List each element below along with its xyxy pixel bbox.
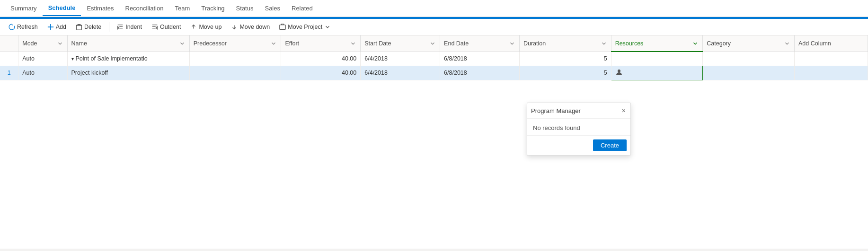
cell-start-date: 6/4/2018 xyxy=(361,52,440,66)
move-up-icon xyxy=(190,24,197,30)
cell-effort: 40.00 xyxy=(281,52,361,66)
col-header-end[interactable]: End Date xyxy=(440,35,520,52)
schedule-table: Mode Name Predecessor xyxy=(0,35,868,80)
add-icon xyxy=(47,24,54,30)
dropdown-search-row: × xyxy=(527,103,630,119)
sort-icon-duration xyxy=(601,40,607,47)
col-header-duration[interactable]: Duration xyxy=(519,35,611,52)
cell-num: 1 xyxy=(0,66,18,80)
chevron-icon: ▾ xyxy=(71,56,74,61)
table-body: Auto▾Point of Sale implementatio40.006/4… xyxy=(0,52,868,80)
move-up-button[interactable]: Move up xyxy=(186,22,225,32)
move-project-button[interactable]: Move Project xyxy=(275,22,335,32)
cell-addcol xyxy=(794,66,868,80)
toolbar: Refresh Add Delete Indent Outdent Move u… xyxy=(0,19,868,35)
cell-start-date: 6/4/2018 xyxy=(361,66,440,80)
cell-resources[interactable] xyxy=(611,66,703,80)
chevron-down-icon xyxy=(324,24,331,30)
table-header-row: Mode Name Predecessor xyxy=(0,35,868,52)
cell-end-date: 6/8/2018 xyxy=(440,66,520,80)
cell-addcol xyxy=(794,52,868,66)
outdent-icon xyxy=(151,24,158,30)
dropdown-close-button[interactable]: × xyxy=(621,106,627,115)
svg-point-2 xyxy=(618,69,620,72)
col-header-addcol[interactable]: Add Column xyxy=(794,35,868,52)
cell-name: Project kickoff xyxy=(67,66,189,80)
cell-resources[interactable] xyxy=(611,52,703,66)
main-content: Mode Name Predecessor xyxy=(0,35,868,249)
col-header-name[interactable]: Name xyxy=(67,35,189,52)
table-row[interactable]: Auto▾Point of Sale implementatio40.006/4… xyxy=(0,52,868,66)
toolbar-sep-1 xyxy=(109,22,109,32)
top-nav: SummaryScheduleEstimatesReconciliationTe… xyxy=(0,0,868,17)
cell-name: ▾Point of Sale implementatio xyxy=(67,52,189,66)
col-header-resources[interactable]: Resources xyxy=(611,35,703,52)
add-button[interactable]: Add xyxy=(44,22,70,32)
cell-mode: Auto xyxy=(18,66,67,80)
cell-mode: Auto xyxy=(18,52,67,66)
nav-tab-summary[interactable]: Summary xyxy=(5,1,43,16)
delete-button[interactable]: Delete xyxy=(72,22,105,32)
cell-predecessor xyxy=(189,52,281,66)
resources-search-input[interactable] xyxy=(531,107,619,114)
cell-duration: 5 xyxy=(519,66,611,80)
nav-tab-schedule[interactable]: Schedule xyxy=(43,0,81,16)
col-header-start[interactable]: Start Date xyxy=(361,35,440,52)
sort-icon xyxy=(57,40,63,47)
delete-icon xyxy=(76,24,82,30)
cell-duration: 5 xyxy=(519,52,611,66)
cell-category xyxy=(703,66,795,80)
refresh-button[interactable]: Refresh xyxy=(5,22,42,32)
svg-rect-0 xyxy=(77,26,82,30)
move-down-icon xyxy=(231,24,238,30)
col-header-category[interactable]: Category xyxy=(703,35,795,52)
nav-tab-reconciliation[interactable]: Reconciliation xyxy=(120,1,169,16)
nav-tab-tracking[interactable]: Tracking xyxy=(195,1,230,16)
nav-tab-estimates[interactable]: Estimates xyxy=(81,1,119,16)
dropdown-footer: Create xyxy=(527,135,630,155)
nav-tab-status[interactable]: Status xyxy=(230,1,259,16)
cell-category xyxy=(703,52,795,66)
svg-rect-1 xyxy=(280,25,285,30)
col-header-effort[interactable]: Effort xyxy=(281,35,361,52)
person-icon xyxy=(615,69,623,76)
indent-icon xyxy=(117,24,124,30)
nav-tab-related[interactable]: Related xyxy=(286,1,319,16)
sort-icon-name xyxy=(179,40,186,47)
cell-effort: 40.00 xyxy=(281,66,361,80)
col-header-num xyxy=(0,35,18,52)
sort-icon-category xyxy=(784,40,790,47)
cell-num xyxy=(0,52,18,66)
nav-tab-sales[interactable]: Sales xyxy=(259,1,286,16)
nav-tab-team[interactable]: Team xyxy=(169,1,195,16)
refresh-icon xyxy=(9,24,15,30)
move-down-button[interactable]: Move down xyxy=(227,22,274,32)
sort-icon-end xyxy=(509,40,515,47)
table-row[interactable]: 1AutoProject kickoff40.006/4/20186/8/201… xyxy=(0,66,868,80)
indent-button[interactable]: Indent xyxy=(113,22,146,32)
col-header-predecessor[interactable]: Predecessor xyxy=(189,35,281,52)
move-project-icon xyxy=(279,24,286,30)
col-header-mode[interactable]: Mode xyxy=(18,35,67,52)
table-wrapper[interactable]: Mode Name Predecessor xyxy=(0,35,868,249)
outdent-button[interactable]: Outdent xyxy=(148,22,185,32)
sort-icon-start xyxy=(429,40,436,47)
dropdown-no-records: No records found xyxy=(527,119,630,135)
sort-icon-effort xyxy=(350,40,356,47)
cell-predecessor xyxy=(189,66,281,80)
sort-icon-pred xyxy=(270,40,277,47)
resources-dropdown: × No records found Create xyxy=(527,103,631,156)
sort-icon-resources xyxy=(692,40,699,47)
create-button[interactable]: Create xyxy=(593,139,627,151)
cell-end-date: 6/8/2018 xyxy=(440,52,520,66)
